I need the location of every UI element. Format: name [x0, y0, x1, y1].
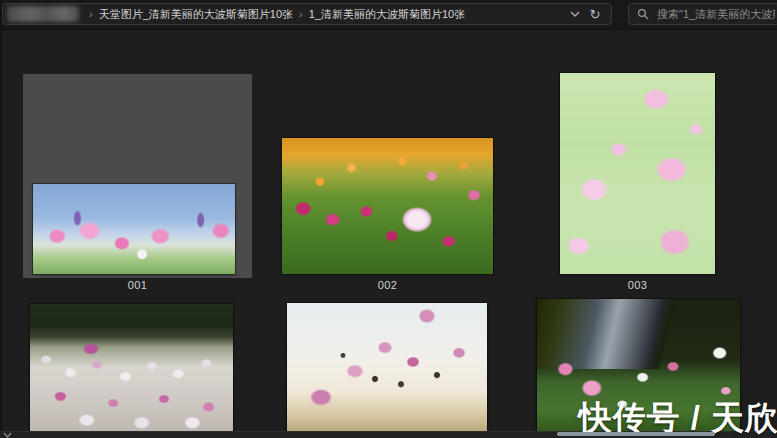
thumbnail-image-005[interactable] [287, 303, 487, 434]
refresh-icon[interactable]: ↻ [585, 5, 605, 23]
file-item-001[interactable]: 001 [23, 74, 252, 296]
window-left-edge [0, 0, 2, 438]
redacted-nav-region [7, 6, 79, 22]
search-input-placeholder: 搜索"1_清新美丽的大波斯菊 [657, 7, 775, 22]
scroll-down-chevron-icon[interactable] [3, 424, 12, 438]
file-label: 002 [270, 279, 505, 291]
thumbnail-image-001[interactable] [33, 184, 235, 274]
breadcrumb-item-parent-folder[interactable]: 天堂图片_清新美丽的大波斯菊图片10张 [99, 7, 293, 22]
file-label: 001 [23, 279, 252, 291]
breadcrumb-separator-icon: › [83, 8, 99, 20]
chevron-down-icon[interactable] [565, 5, 585, 23]
thumbnail-image-003[interactable] [560, 73, 715, 274]
file-item-004[interactable]: 004 [23, 304, 252, 438]
search-icon [637, 8, 649, 20]
search-box[interactable]: 搜索"1_清新美丽的大波斯菊 [628, 3, 777, 25]
refresh-glyph: ↻ [590, 8, 601, 21]
file-item-005[interactable]: 005 [277, 303, 497, 438]
file-label: 003 [525, 279, 750, 291]
breadcrumb-separator-icon: › [293, 8, 309, 20]
thumbnail-image-002[interactable] [282, 138, 493, 274]
address-bar[interactable]: › 天堂图片_清新美丽的大波斯菊图片10张 › 1_清新美丽的大波斯菊图片10张… [2, 3, 612, 25]
file-item-003[interactable]: 003 [525, 73, 750, 296]
thumbnail-image-004[interactable] [30, 304, 233, 436]
breadcrumb-item-current-folder[interactable]: 1_清新美丽的大波斯菊图片10张 [309, 7, 465, 22]
file-grid: 001 002 003 004 005 [0, 31, 777, 438]
horizontal-scrollbar-thumb[interactable] [557, 432, 715, 436]
file-item-002[interactable]: 002 [270, 74, 505, 296]
toolbar: › 天堂图片_清新美丽的大波斯菊图片10张 › 1_清新美丽的大波斯菊图片10张… [0, 0, 777, 30]
